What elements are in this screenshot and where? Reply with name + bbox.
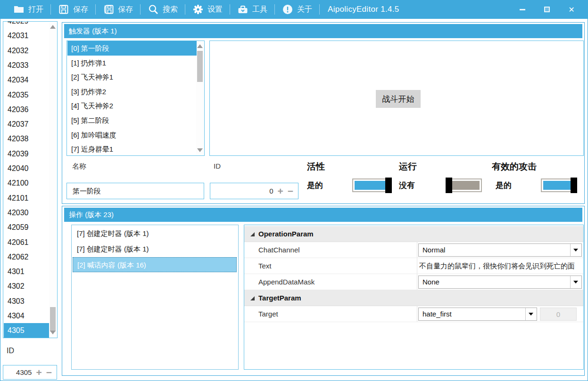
property-category-row[interactable]: TargetParam [244,290,583,306]
list-item[interactable]: 4305 [4,323,49,338]
list-item[interactable]: 42039 [4,146,49,161]
dropdown[interactable]: Normal [418,243,582,257]
list-item[interactable]: 42032 [4,43,49,58]
running-toggle[interactable] [446,178,482,192]
toolbox-icon [237,4,248,15]
list-item[interactable]: [6] 加吟唱速度 [67,128,196,142]
scrollbar-thumb[interactable] [197,51,203,82]
list-item[interactable]: 4304 [4,308,49,323]
property-value-cell: 不自量力的鼠辈们，很快你们将会见识到死亡的面 [417,258,583,274]
category-expander-icon[interactable] [250,296,255,300]
valid-attack-state-text: 是的 [496,180,512,191]
open-folder-icon [13,4,25,15]
maximize-button[interactable] [541,3,553,16]
open-button[interactable]: 打开 [13,4,43,15]
list-item[interactable]: 42029 [4,21,49,28]
list-item[interactable]: [3] 扔炸弹2 [67,84,196,99]
running-state-text: 没有 [399,180,415,191]
dropdown[interactable]: None [418,276,582,289]
operation-group-header: 操作 (版本 23) [64,208,582,222]
list-item[interactable]: 42040 [4,161,49,176]
toolbar-separator [230,4,230,15]
list-item[interactable]: [1] 扔炸弹1 [67,56,196,70]
minus-icon[interactable]: − [288,186,293,196]
toggle-knob[interactable] [446,178,452,193]
name-input[interactable]: 第一阶段 [66,183,204,199]
operation-group: 操作 (版本 23) [7] 创建定时器 (版本 1)[7] 创建定时器 (版本… [62,206,585,376]
dropdown-button[interactable] [570,276,581,288]
category-expander-icon[interactable] [250,232,255,236]
property-category-row[interactable]: OperationParam [244,226,583,242]
plus-icon[interactable]: + [36,367,41,377]
scroll-down-icon[interactable] [197,147,203,154]
save-icon [58,4,69,15]
list-item[interactable]: [2] 喊话内容 (版本 16) [73,257,237,272]
trigger-list[interactable]: [0] 第一阶段[1] 扔炸弹1[2] 飞天神斧1[3] 扔炸弹2[4] 飞天神… [66,41,205,156]
list-item[interactable]: [5] 第二阶段 [67,113,196,128]
list-item[interactable]: 42038 [4,131,49,146]
operation-list[interactable]: [7] 创建定时器 (版本 1)[7] 创建定时器 (版本 1)[2] 喊话内容… [71,225,239,370]
trigger-scrollbar[interactable] [196,41,204,155]
list-item[interactable]: 42061 [4,235,49,250]
valid-attack-label: 有效的攻击 [492,161,537,173]
dropdown-button[interactable] [525,308,537,320]
property-text-value[interactable]: 不自量力的鼠辈们，很快你们将会见识到死亡的面 [419,258,575,274]
list-item[interactable]: [7] 创建定时器 (版本 1) [73,226,237,241]
list-item[interactable]: 4303 [4,294,49,308]
list-item[interactable]: [7] 创建定时器 (版本 1) [73,242,237,257]
list-item[interactable]: [2] 飞天神斧1 [67,70,196,84]
scroll-up-icon[interactable] [50,24,56,30]
toolbar-separator [140,4,141,15]
property-value-cell: hate_first0 [417,306,583,322]
property-grid[interactable]: OperationParamChatChannelNormalText不自量力的… [244,225,584,370]
trigger-canvas[interactable]: 战斗开始 [209,41,584,156]
active-label: 活性 [307,161,325,173]
list-item[interactable]: 42033 [4,58,49,73]
list-item[interactable]: [0] 第一阶段 [67,41,197,56]
list-item[interactable]: 42031 [4,28,49,43]
toolbar-separator [50,4,51,15]
list-item[interactable]: [4] 飞天神斧2 [67,98,196,113]
settings-button[interactable]: 设置 [192,4,223,15]
list-item[interactable]: 42101 [4,191,49,205]
policy-id-list[interactable]: 4202942031420324203342034420354203642037… [3,21,58,338]
list-item[interactable]: 42036 [4,102,49,117]
sidebar-id-label: ID [7,347,14,355]
search-button[interactable]: 搜索 [148,4,178,15]
plus-icon[interactable]: + [277,186,283,196]
dropdown-value: Normal [422,244,445,256]
scrollbar-thumb[interactable] [50,307,56,332]
tools-button[interactable]: 工具 [237,4,267,15]
toggle-knob[interactable] [571,178,577,193]
battle-start-node[interactable]: 战斗开始 [376,90,421,108]
scroll-down-icon[interactable] [50,329,56,336]
minus-icon[interactable]: − [46,367,52,377]
trigger-id-input[interactable]: 0 + − [210,183,298,199]
list-item[interactable]: 4302 [4,279,49,293]
save-button[interactable]: 保存 [58,4,88,15]
save-as-button[interactable]: 保存 [103,4,133,15]
list-item[interactable]: [7] 近身群晕1 [67,142,196,156]
list-item[interactable]: 42059 [4,220,49,235]
active-toggle[interactable] [352,178,392,192]
list-item[interactable]: 42030 [4,205,49,220]
trigger-group-header: 触发器 (版本 1) [64,24,582,38]
dropdown[interactable]: hate_first [418,308,537,321]
about-info-icon [282,4,293,15]
sidebar-id-input[interactable]: 4305 + − [3,365,57,380]
list-item[interactable]: 42037 [4,117,49,131]
about-button[interactable]: 关于 [282,4,312,15]
list-item[interactable]: 42100 [4,176,49,190]
list-item[interactable]: 42035 [4,88,49,102]
valid-attack-toggle[interactable] [541,178,577,192]
minimize-button[interactable] [516,3,529,16]
toggle-track [543,181,575,190]
close-button[interactable]: ✕ [565,3,578,16]
scroll-up-icon[interactable] [197,43,203,49]
dropdown-button[interactable] [570,244,581,256]
list-item[interactable]: 42062 [4,250,49,264]
toggle-knob[interactable] [385,178,392,193]
list-item[interactable]: 4301 [4,264,49,279]
sidebar-scrollbar[interactable] [49,22,57,337]
list-item[interactable]: 42034 [4,73,49,87]
